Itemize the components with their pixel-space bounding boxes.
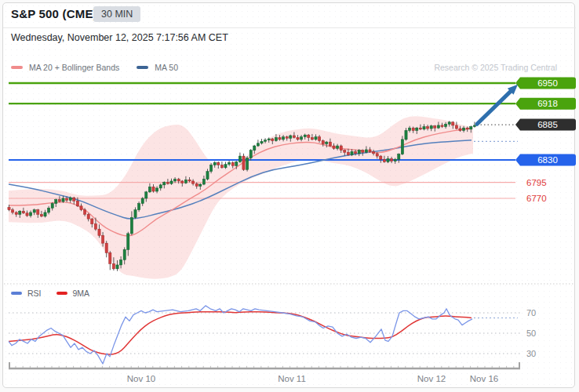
candle-body: [279, 137, 281, 139]
candle-body: [228, 162, 231, 164]
x-axis-label-nov-16[interactable]: Nov 16: [470, 374, 498, 383]
candle-body: [337, 146, 339, 148]
x-axis-label-nov-11[interactable]: Nov 11: [278, 374, 306, 383]
candle-body: [91, 219, 93, 224]
candle-body: [84, 210, 86, 215]
candle-body: [62, 198, 64, 201]
candle-body: [387, 158, 389, 162]
candle-body: [224, 165, 227, 168]
candle-body: [130, 218, 133, 234]
candle-body: [329, 142, 331, 146]
candle-body: [430, 126, 432, 129]
candle-body: [19, 211, 21, 214]
candle-body: [333, 146, 335, 148]
price-legend: MA 20 + Bollinger Bands MA 50: [11, 63, 189, 72]
candle-body: [293, 136, 295, 137]
candle-body: [427, 127, 429, 129]
candle-body: [344, 151, 346, 152]
candle-body: [109, 252, 111, 263]
candle-body: [257, 143, 259, 146]
candle-body: [40, 214, 42, 216]
candle-body: [365, 150, 367, 152]
candle-body: [304, 135, 306, 136]
candle-body: [315, 137, 317, 140]
candle-body: [380, 156, 382, 159]
level-text: 6795: [526, 178, 547, 187]
candle-body: [166, 183, 169, 184]
candle-body: [297, 137, 299, 139]
rsi-tick-label: 30: [526, 349, 536, 358]
candle-body: [373, 151, 375, 153]
candle-body: [217, 162, 220, 165]
candle-body: [163, 183, 166, 185]
candle-body: [26, 213, 28, 216]
candle-body: [423, 127, 425, 129]
candle-body: [290, 136, 292, 138]
candle-body: [188, 180, 191, 181]
candle-body: [340, 146, 342, 151]
candle-body: [455, 125, 457, 129]
candle-body: [138, 204, 140, 210]
candle-body: [416, 128, 418, 130]
candle-body: [112, 263, 115, 269]
candle-body: [69, 198, 71, 200]
candle-body: [308, 135, 310, 137]
price-and-rsi-chart[interactable]: 695069186885683067956770705030Nov 10Nov …: [0, 0, 579, 392]
header-divider: [3, 27, 576, 28]
candle-body: [300, 137, 303, 140]
candle-body: [322, 140, 324, 143]
candle-body: [44, 212, 46, 216]
candle-body: [120, 260, 122, 265]
candle-body: [22, 211, 24, 212]
candle-body: [33, 210, 35, 212]
candle-body: [355, 151, 357, 153]
level-text: 6770: [526, 194, 547, 203]
candle-body: [199, 184, 202, 186]
candle-body: [55, 200, 57, 204]
candle-body: [210, 165, 213, 172]
rsi-panel: 705030: [9, 306, 536, 364]
candle-body: [152, 187, 155, 191]
candle-body: [181, 181, 184, 183]
candle-body: [15, 212, 17, 214]
chart-datetime: Wednesday, November 12, 2025 7:17:56 AM …: [11, 32, 228, 43]
instrument-title: S&P 500 (CME): [11, 7, 97, 20]
candle-body: [184, 180, 187, 183]
candle-body: [282, 137, 285, 140]
timeframe-badge[interactable]: 30 MIN: [93, 6, 140, 22]
forecast-arrow-shaft: [477, 89, 513, 124]
candle-body: [177, 180, 180, 181]
candle-body: [434, 126, 436, 128]
candle-body: [156, 188, 158, 191]
candle-body: [220, 165, 223, 168]
candle-body: [76, 201, 78, 206]
candle-body: [195, 183, 198, 186]
x-axis-label-nov-12[interactable]: Nov 12: [417, 374, 446, 383]
ma50-legend-swatch: [137, 66, 148, 69]
candle-body: [246, 158, 249, 170]
candle-body: [102, 235, 104, 243]
candle-body: [401, 140, 403, 154]
level-badge-text: 6950: [537, 78, 558, 88]
candle-body: [8, 207, 10, 209]
candle-body: [369, 150, 371, 151]
candle-body: [145, 192, 147, 198]
candle-body: [271, 139, 274, 140]
rsi-tick-label: 50: [526, 328, 536, 338]
candle-body: [148, 187, 151, 192]
x-axis-label-nov-10[interactable]: Nov 10: [127, 374, 155, 383]
candle-body: [459, 129, 461, 130]
candle-body: [87, 214, 89, 219]
candle-body: [51, 204, 53, 209]
candle-body: [441, 125, 443, 127]
candle-body: [275, 137, 277, 140]
candle-body: [419, 128, 421, 129]
candle-body: [470, 127, 472, 129]
level-badge-text: 6830: [537, 155, 558, 165]
candle-body: [105, 243, 107, 252]
candle-body: [30, 212, 32, 216]
candle-body: [159, 185, 162, 188]
level-badge-text: 6885: [537, 120, 558, 129]
candle-body: [58, 200, 60, 201]
candle-body: [231, 162, 234, 165]
